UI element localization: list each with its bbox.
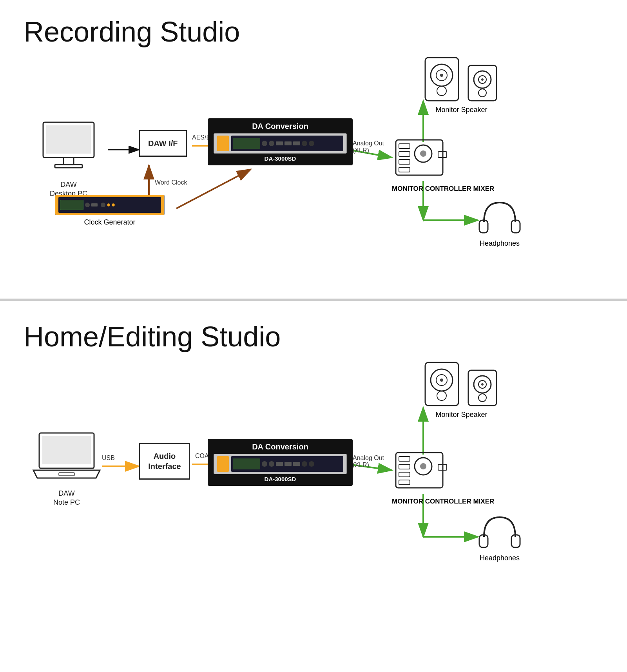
monitor-controller-icon-1 <box>392 132 451 183</box>
analog-out-label-2: Analog Out(XLR) <box>353 455 384 469</box>
speaker-icon-left-2 <box>423 360 462 408</box>
svg-rect-19 <box>399 144 410 149</box>
svg-rect-16 <box>396 140 443 175</box>
svg-point-33 <box>478 89 486 97</box>
clock-generator: Clock Generator <box>55 195 165 226</box>
recording-studio-title: Recording Studio <box>24 16 603 48</box>
svg-point-50 <box>420 463 426 469</box>
recording-studio-diagram: DAW Desktop PC DAW I/F AES/EBU DA Conver… <box>24 56 603 283</box>
svg-rect-54 <box>399 480 410 485</box>
headphones-icon-2 <box>476 509 523 552</box>
monitor-ctrl-label-1: MONITOR CONTROLLER MIXER <box>392 185 494 193</box>
svg-rect-48 <box>396 453 443 488</box>
daw-if-label: DAW I/F <box>148 139 178 148</box>
daw-desktop-device: DAW Desktop PC <box>35 118 102 199</box>
headphones-label-2: Headphones <box>476 554 523 562</box>
svg-point-27 <box>440 74 443 77</box>
svg-point-28 <box>437 86 446 96</box>
monitor-speaker-label-2: Monitor Speaker <box>423 411 500 419</box>
monitor-controller-2: MONITOR CONTROLLER MIXER <box>392 445 494 506</box>
speaker-icon-left-1 <box>423 56 462 103</box>
daw-desktop-icon <box>35 118 102 177</box>
monitor-speaker-2: Monitor Speaker <box>423 360 500 419</box>
audio-interface-label: Audio Interface <box>148 452 181 471</box>
headphones-label-1: Headphones <box>476 239 523 248</box>
speaker-icon-right-2 <box>466 366 500 408</box>
usb-label: USB <box>102 455 115 462</box>
svg-point-65 <box>478 394 486 402</box>
svg-rect-46 <box>42 436 91 464</box>
home-editing-diagram: DAW Note PC USB Audio Interface COAXIAL … <box>24 360 603 603</box>
word-clock-label: Word Clock <box>155 179 187 186</box>
da-unit-name-1: DA-3000SD <box>265 155 296 162</box>
monitor-speaker-label-1: Monitor Speaker <box>423 106 500 114</box>
svg-rect-22 <box>399 167 410 172</box>
recording-studio-arrows <box>24 56 603 283</box>
monitor-speaker-1: Monitor Speaker <box>423 56 500 114</box>
monitor-controller-icon-2 <box>392 445 451 496</box>
svg-rect-13 <box>46 125 91 154</box>
svg-rect-14 <box>63 158 74 165</box>
monitor-ctrl-label-2: MONITOR CONTROLLER MIXER <box>392 497 494 506</box>
speaker-icon-right-1 <box>466 62 500 103</box>
home-editing-studio-section: Home/Editing Studio <box>0 301 627 619</box>
svg-point-18 <box>420 150 426 157</box>
da-conversion-title: DA Conversion <box>252 122 308 131</box>
home-editing-title: Home/Editing Studio <box>24 321 603 353</box>
daw-notepc-icon <box>31 431 102 486</box>
svg-rect-53 <box>399 472 410 477</box>
da-conversion-box: DA Conversion DA-3000SD <box>208 118 353 165</box>
headphones-icon-1 <box>476 195 523 238</box>
recording-studio-section: Recording Studio <box>0 0 627 299</box>
headphones-2: Headphones <box>476 509 523 562</box>
da-conversion-box-2: DA Conversion DA-3000SD <box>208 439 353 486</box>
da-unit-name-2: DA-3000SD <box>265 476 296 482</box>
svg-rect-15 <box>55 165 82 168</box>
svg-point-64 <box>481 383 484 386</box>
daw-notepc-device: DAW Note PC <box>31 431 102 507</box>
da-conversion-title-2: DA Conversion <box>252 442 308 451</box>
svg-point-32 <box>481 78 484 81</box>
daw-notepc-label: DAW Note PC <box>53 489 80 507</box>
svg-rect-52 <box>399 464 410 469</box>
svg-rect-20 <box>399 152 410 156</box>
audio-interface-device: Audio Interface <box>139 443 190 480</box>
svg-line-11 <box>176 169 251 208</box>
analog-out-label-1: Analog Out(XLR) <box>353 140 384 154</box>
svg-point-59 <box>440 379 443 382</box>
headphones-1: Headphones <box>476 195 523 248</box>
svg-rect-21 <box>399 159 410 164</box>
daw-if-device: DAW I/F <box>139 130 187 157</box>
svg-rect-51 <box>399 456 410 461</box>
svg-rect-47 <box>59 473 74 476</box>
monitor-controller-1: MONITOR CONTROLLER MIXER <box>392 132 494 193</box>
clock-generator-label: Clock Generator <box>55 218 165 226</box>
svg-point-60 <box>437 391 446 400</box>
